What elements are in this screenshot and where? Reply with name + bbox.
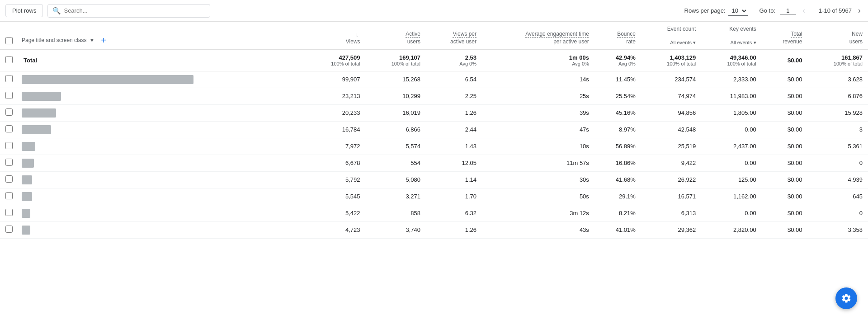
row-views: 7,972 (305, 138, 365, 155)
row-checkbox[interactable] (5, 159, 13, 166)
plot-rows-button[interactable]: Plot rows (5, 4, 43, 17)
row-avg-engagement: 14s (482, 71, 594, 88)
row-key-events: 2,437.00 (701, 138, 761, 155)
row-event-count: 74,974 (641, 88, 701, 104)
total-checkbox[interactable] (5, 56, 13, 63)
avg-engagement-col-label: Average engagement timeper active user (487, 30, 589, 46)
key-events-col-label: Key events (707, 25, 756, 33)
row-dimension-cell (18, 205, 305, 221)
header-new-users: Newusers (808, 22, 868, 49)
row-views-per-active-user: 2.25 (426, 88, 482, 104)
row-checkbox[interactable] (5, 209, 13, 216)
total-event-count: 1,403,129 100% of total (641, 49, 701, 71)
row-bounce-rate: 56.89% (594, 138, 641, 155)
row-total-revenue: $0.00 (762, 104, 808, 121)
header-avg-engagement: Average engagement timeper active user (482, 22, 594, 49)
dimension-bar (22, 159, 34, 168)
row-views: 5,422 (305, 205, 365, 221)
header-event-count: Event count All events ▾ (641, 22, 701, 49)
row-views-per-active-user: 1.43 (426, 138, 482, 155)
total-checkbox-cell (0, 49, 18, 71)
row-views-per-active-user: 6.54 (426, 71, 482, 88)
dimension-bar (22, 108, 56, 118)
row-bounce-rate: 16.86% (594, 155, 641, 171)
row-checkbox[interactable] (5, 108, 13, 116)
total-key-events-value: 49,346.00 (730, 54, 756, 61)
row-views: 99,907 (305, 71, 365, 88)
row-event-count: 25,519 (641, 138, 701, 155)
dimension-dropdown-icon[interactable]: ▼ (89, 37, 94, 43)
row-total-revenue: $0.00 (762, 221, 808, 238)
row-new-users: 645 (808, 188, 868, 205)
select-all-checkbox[interactable] (5, 37, 13, 44)
total-avg-engagement-sub: Avg 0% (487, 61, 589, 66)
goto-input[interactable] (780, 7, 796, 14)
row-checkbox[interactable] (5, 175, 13, 183)
row-checkbox-cell (0, 205, 18, 221)
row-total-revenue: $0.00 (762, 171, 808, 188)
total-active-users: 169,107 100% of total (366, 49, 426, 71)
prev-page-button[interactable]: ‹ (801, 5, 807, 16)
event-count-filter-icon[interactable]: ▾ (693, 40, 696, 45)
total-key-events: 49,346.00 100% of total (701, 49, 761, 71)
page-range: 1-10 of 5967 (819, 7, 852, 14)
row-dimension-cell (18, 71, 305, 88)
row-checkbox[interactable] (5, 226, 13, 233)
row-new-users: 3 (808, 121, 868, 138)
row-views-per-active-user: 6.32 (426, 205, 482, 221)
row-checkbox[interactable] (5, 125, 13, 132)
search-input[interactable] (64, 7, 205, 14)
key-events-filter-icon[interactable]: ▾ (754, 40, 756, 45)
table-row: 6,678 554 12.05 11m 57s 16.86% 9,422 0.0… (0, 155, 868, 171)
row-views: 6,678 (305, 155, 365, 171)
row-key-events: 2,820.00 (701, 221, 761, 238)
row-views-per-active-user: 1.14 (426, 171, 482, 188)
search-box: 🔍 (47, 4, 210, 18)
row-checkbox[interactable] (5, 75, 13, 82)
dimension-bar (22, 125, 51, 134)
row-dimension-cell (18, 221, 305, 238)
row-event-count: 29,362 (641, 221, 701, 238)
row-bounce-rate: 25.54% (594, 88, 641, 104)
total-new-users-sub: 100% of total (813, 61, 863, 66)
row-total-revenue: $0.00 (762, 205, 808, 221)
event-count-col-label: Event count (646, 25, 696, 33)
table-row: 5,792 5,080 1.14 30s 41.68% 26,922 125.0… (0, 171, 868, 188)
table-row: 99,907 15,268 6.54 14s 11.45% 234,574 2,… (0, 71, 868, 88)
row-checkbox[interactable] (5, 192, 13, 199)
row-checkbox[interactable] (5, 142, 13, 149)
row-key-events: 125.00 (701, 171, 761, 188)
rows-per-page-select[interactable]: 10 25 50 (728, 6, 748, 16)
total-new-users: 161,867 100% of total (808, 49, 868, 71)
row-key-events: 2,333.00 (701, 71, 761, 88)
header-active-users: Activeusers (366, 22, 426, 49)
row-bounce-rate: 45.16% (594, 104, 641, 121)
sort-arrow-icon: ↓ (356, 32, 359, 38)
total-event-count-sub: 100% of total (646, 61, 696, 66)
dimension-bar (22, 209, 30, 218)
table-row: 4,723 3,740 1.26 43s 41.01% 29,362 2,820… (0, 221, 868, 238)
total-revenue-col-label: Totalrevenue (767, 30, 802, 46)
header-total-revenue: Totalrevenue (762, 22, 808, 49)
next-page-button[interactable]: › (856, 5, 863, 16)
row-active-users: 554 (366, 155, 426, 171)
row-key-events: 0.00 (701, 155, 761, 171)
row-checkbox[interactable] (5, 92, 13, 99)
row-active-users: 858 (366, 205, 426, 221)
row-event-count: 94,856 (641, 104, 701, 121)
row-views-per-active-user: 1.70 (426, 188, 482, 205)
row-key-events: 0.00 (701, 205, 761, 221)
views-col-label: Views (311, 38, 360, 46)
add-dimension-button[interactable]: + (97, 35, 110, 46)
dimension-bar (22, 75, 193, 84)
row-bounce-rate: 29.1% (594, 188, 641, 205)
dimension-bar (22, 142, 35, 151)
total-revenue-value: $0.00 (788, 57, 802, 64)
row-dimension-cell (18, 188, 305, 205)
row-new-users: 4,939 (808, 171, 868, 188)
search-icon: 🔍 (52, 7, 61, 15)
data-table: Page title and screen class ▼ + ↓ Views … (0, 22, 868, 239)
bounce-rate-col-label: Bouncerate (600, 30, 636, 46)
goto-label: Go to: (760, 7, 775, 14)
row-dimension-cell (18, 104, 305, 121)
